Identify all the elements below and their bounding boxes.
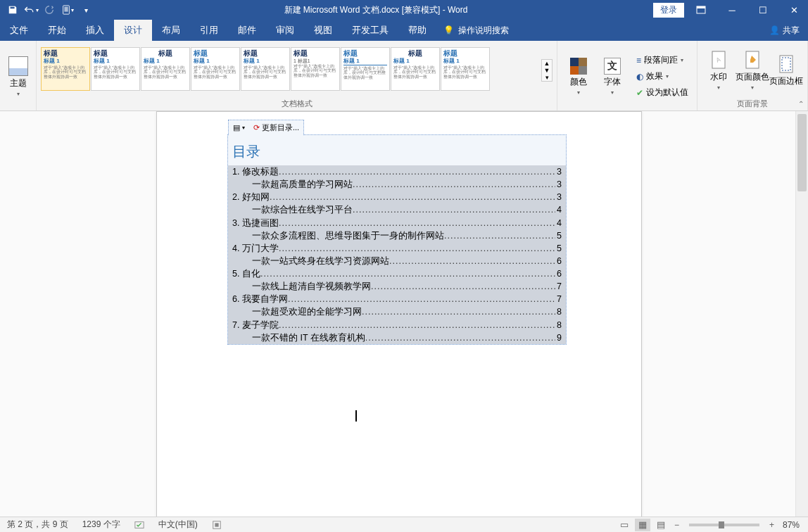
toc-leader-dots: ........................................… — [444, 229, 555, 242]
page-number-status[interactable]: 第 2 页，共 9 页 — [0, 519, 75, 531]
zoom-out-button[interactable]: − — [671, 520, 682, 530]
toc-entry[interactable]: 一款超高质量的学习网站.............................… — [228, 178, 566, 191]
themes-button[interactable]: 主题 ▾ — [1, 52, 35, 101]
toc-list[interactable]: 1. 修改标题.................................… — [228, 165, 566, 344]
save-button[interactable] — [4, 1, 21, 18]
para-spacing-icon: ≡ — [636, 56, 641, 65]
tab-layout[interactable]: 布局 — [152, 20, 190, 41]
toc-heading[interactable]: 目录 — [228, 135, 566, 165]
toc-entry[interactable]: 一款众多流程图、思维导图集于一身的制作网站...................… — [228, 229, 566, 242]
toc-entry[interactable]: 一款一站式终身在线学习资源网站.........................… — [228, 255, 566, 267]
toc-entry[interactable]: 4. 万门大学.................................… — [228, 242, 566, 255]
web-layout-button[interactable]: ▤ — [653, 519, 669, 531]
toc-entry-text: 7. 麦子学院 — [232, 319, 279, 331]
tell-me-label: 操作说明搜索 — [458, 25, 509, 37]
login-button[interactable]: 登录 — [653, 3, 684, 18]
effects-button[interactable]: ◐效果▾ — [632, 69, 693, 84]
tab-insert[interactable]: 插入 — [76, 20, 114, 41]
toc-update-button[interactable]: ⟳更新目录... — [249, 121, 303, 135]
touch-mode-button[interactable]: ▾ — [59, 1, 76, 18]
tab-help[interactable]: 帮助 — [398, 20, 436, 41]
toc-leader-dots: ........................................… — [279, 242, 555, 255]
zoom-slider[interactable] — [689, 524, 759, 526]
collapse-ribbon-button[interactable]: ⌃ — [795, 98, 807, 109]
macro-status[interactable] — [205, 520, 229, 530]
print-layout-button[interactable]: ▦ — [635, 519, 650, 531]
tab-file[interactable]: 文件 — [0, 20, 38, 41]
undo-button[interactable]: ▾ — [23, 1, 39, 18]
zoom-in-button[interactable]: + — [766, 520, 777, 530]
toc-content-control[interactable]: ▤▾ ⟳更新目录... 目录 1. 修改标题..................… — [227, 134, 567, 345]
tab-review[interactable]: 审阅 — [266, 20, 304, 41]
toc-leader-dots: ........................................… — [353, 203, 555, 216]
colors-button[interactable]: 颜色 ▾ — [562, 52, 595, 101]
page-borders-button[interactable]: 页面边框 — [769, 46, 803, 95]
toc-entry[interactable]: 一款综合性在线学习平台.............................… — [228, 203, 566, 216]
page[interactable]: ▤▾ ⟳更新目录... 目录 1. 修改标题..................… — [156, 111, 642, 517]
gallery-item-5[interactable]: 标题标题 1对于"插入"选项卡上的库，在设计时可与文档整体外观协调一致 — [241, 47, 290, 91]
share-button[interactable]: 共享 — [783, 25, 800, 37]
gallery-item-1[interactable]: 标题标题 1对于"插入"选项卡上的库，在设计时可与文档整体外观协调一致 — [41, 47, 90, 91]
gallery-scroll-up[interactable]: ▲ — [542, 60, 552, 67]
toc-entry[interactable]: 一款超受欢迎的全能学习网............................… — [228, 305, 566, 318]
maximize-button[interactable]: ☐ — [749, 0, 777, 20]
toc-leader-dots: ........................................… — [288, 293, 555, 305]
redo-button[interactable] — [41, 1, 58, 18]
toc-entry[interactable]: 5. 自化...................................… — [228, 267, 566, 280]
gallery-item-3[interactable]: 标题标题 1对于"插入"选项卡上的库，在设计时可与文档整体外观协调一致 — [141, 47, 190, 91]
gallery-item-4[interactable]: 标题标题 1对于"插入"选项卡上的库，在设计时可与文档整体外观协调一致 — [191, 47, 240, 91]
set-default-button[interactable]: ✔设为默认值 — [632, 85, 693, 100]
read-mode-button[interactable]: ▭ — [617, 519, 632, 531]
gallery-scroll-down[interactable]: ▼ — [542, 67, 552, 74]
gallery-item-6[interactable]: 标题1 标题1对于"插入"选项卡上的库，在设计时可与文档整体外观协调一致 — [291, 47, 340, 91]
colors-label: 颜色 — [570, 76, 587, 88]
watermark-button[interactable]: A 水印▾ — [702, 46, 736, 95]
document-area[interactable]: ▤▾ ⟳更新目录... 目录 1. 修改标题..................… — [0, 111, 795, 517]
svg-rect-1 — [64, 7, 68, 12]
tab-home[interactable]: 开始 — [38, 20, 76, 41]
themes-label: 主题 — [10, 77, 27, 89]
colors-icon — [570, 58, 587, 75]
gallery-expand[interactable]: ▾ — [542, 74, 552, 81]
ribbon-display-options-button[interactable] — [687, 0, 715, 20]
vertical-scrollbar[interactable] — [795, 111, 808, 517]
toc-leader-dots: ........................................… — [270, 191, 555, 203]
toc-entry[interactable]: 一款线上超清自学视频教学网...........................… — [228, 280, 566, 293]
tell-me-search[interactable]: 💡 操作说明搜索 — [436, 20, 516, 41]
zoom-level[interactable]: 87% — [780, 520, 802, 530]
gallery-item-9[interactable]: 标题标题 1对于"插入"选项卡上的库，在设计时可与文档整体外观协调一致 — [441, 47, 490, 91]
toc-entry[interactable]: 1. 修改标题.................................… — [228, 165, 566, 178]
toc-entry[interactable]: 7. 麦子学院.................................… — [228, 319, 566, 331]
zoom-thumb[interactable] — [719, 521, 724, 528]
word-count-status[interactable]: 1239 个字 — [75, 519, 127, 531]
toc-entry[interactable]: 3. 迅捷画图.................................… — [228, 217, 566, 229]
gallery-item-2[interactable]: 标题标题 1对于"插入"选项卡上的库，在设计时可与文档整体外观协调一致 — [91, 47, 140, 91]
tab-references[interactable]: 引用 — [190, 20, 228, 41]
language-status[interactable]: 中文(中国) — [151, 519, 205, 531]
spell-check-status[interactable] — [127, 520, 151, 530]
toc-entry[interactable]: 6. 我要自学网................................… — [228, 293, 566, 305]
gallery-item-7[interactable]: 标题标题 1对于"插入"选项卡上的库，设计时可与文档整体外观协调一致 — [341, 47, 390, 91]
tab-mailings[interactable]: 邮件 — [228, 20, 266, 41]
tab-design[interactable]: 设计 — [114, 20, 152, 41]
scroll-thumb[interactable] — [797, 114, 807, 191]
qat-customize-button[interactable]: ▾ — [77, 1, 94, 18]
lightbulb-icon: 💡 — [443, 25, 454, 35]
toc-entry-text: 一款一站式终身在线学习资源网站 — [252, 255, 389, 267]
toc-entry[interactable]: 一款不错的 IT 在线教育机构.........................… — [228, 331, 566, 344]
page-border-label: 页面边框 — [769, 75, 803, 87]
group-document-formatting: 标题标题 1对于"插入"选项卡上的库，在设计时可与文档整体外观协调一致 标题标题… — [37, 41, 557, 110]
tab-view[interactable]: 视图 — [304, 20, 342, 41]
page-border-icon — [777, 54, 795, 74]
tab-developer[interactable]: 开发工具 — [342, 20, 398, 41]
group-label-page-bg: 页面背景 — [737, 97, 768, 109]
toc-options-button[interactable]: ▤▾ — [229, 121, 249, 135]
style-gallery[interactable]: 标题标题 1对于"插入"选项卡上的库，在设计时可与文档整体外观协调一致 标题标题… — [41, 47, 541, 94]
gallery-item-8[interactable]: 标题标题 1对于"插入"选项卡上的库，在设计时可与文档整体外观协调一致 — [391, 47, 440, 91]
page-color-button[interactable]: 页面颜色▾ — [736, 46, 769, 95]
fonts-button[interactable]: 文 字体 ▾ — [595, 52, 629, 101]
close-button[interactable]: ✕ — [780, 0, 808, 20]
minimize-button[interactable]: ─ — [718, 0, 746, 20]
toc-entry[interactable]: 2. 好知网..................................… — [228, 191, 566, 203]
paragraph-spacing-button[interactable]: ≡段落间距▾ — [632, 53, 693, 68]
